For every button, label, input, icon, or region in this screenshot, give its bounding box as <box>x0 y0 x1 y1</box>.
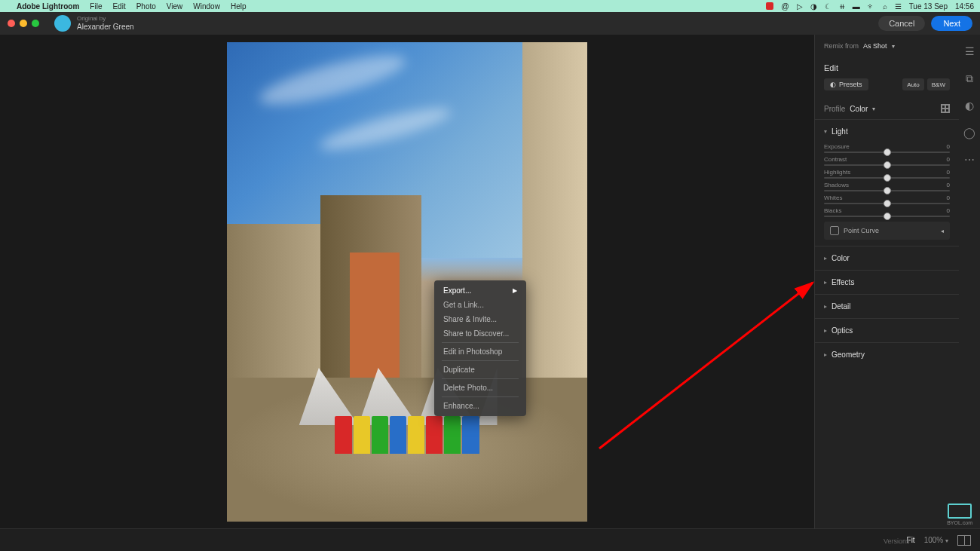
app-header: Original by Alexander Green Cancel Next <box>0 12 980 35</box>
more-icon[interactable]: ⋯ <box>963 154 975 166</box>
section-detail: ▸Detail <box>815 294 959 318</box>
byol-watermark: BYOL.com <box>947 504 972 525</box>
menu-separator <box>442 360 519 361</box>
slider-track[interactable] <box>824 203 950 204</box>
control-center-icon[interactable]: ☰ <box>895 2 902 11</box>
section-optics-header[interactable]: ▸Optics <box>815 319 959 342</box>
presets-icon: ◐ <box>830 81 836 88</box>
context-menu-duplicate[interactable]: Duplicate <box>434 363 526 377</box>
chevron-left-icon: ◂ <box>941 228 944 234</box>
slider-exposure: Exposure 0 <box>824 143 950 153</box>
compare-icon[interactable] <box>957 535 971 546</box>
menu-separator <box>442 378 519 379</box>
app-name[interactable]: Adobe Lightroom <box>17 2 79 11</box>
play-icon[interactable]: ▷ <box>797 2 803 11</box>
slider-track[interactable] <box>824 177 950 179</box>
profile-row[interactable]: Profile Color ▾ <box>815 98 959 119</box>
next-button[interactable]: Next <box>931 16 972 31</box>
chevron-right-icon: ▸ <box>824 327 827 334</box>
slider-thumb[interactable] <box>884 200 891 207</box>
slider-value: 0 <box>947 194 950 201</box>
close-window-button[interactable] <box>8 20 15 27</box>
profile-grid-icon[interactable] <box>941 104 950 113</box>
slider-thumb[interactable] <box>884 187 891 194</box>
slider-track[interactable] <box>824 164 950 166</box>
context-menu: Export...▶ Get a Link... Share & Invite.… <box>434 280 526 416</box>
menu-separator <box>442 396 519 397</box>
chevron-right-icon: ▸ <box>824 279 827 286</box>
context-menu-get-link[interactable]: Get a Link... <box>434 298 526 312</box>
adjust-icon[interactable]: ☰ <box>963 45 975 57</box>
section-light-header[interactable]: ▾ Light <box>815 120 959 143</box>
section-color-header[interactable]: ▸Color <box>815 246 959 270</box>
clock-icon[interactable]: ◑ <box>810 2 817 11</box>
wifi-icon[interactable]: ᯤ <box>868 2 875 11</box>
minimize-window-button[interactable] <box>20 20 27 27</box>
presets-button[interactable]: ◐Presets <box>824 78 868 90</box>
menu-photo[interactable]: Photo <box>136 2 156 11</box>
chevron-down-icon: ▾ <box>824 128 827 135</box>
battery-icon[interactable]: ▬ <box>853 2 860 11</box>
context-menu-edit-photoshop[interactable]: Edit in Photoshop <box>434 344 526 359</box>
zoom-value[interactable]: 100% ▾ <box>924 536 948 544</box>
cancel-button[interactable]: Cancel <box>878 16 925 31</box>
slider-thumb[interactable] <box>884 148 891 156</box>
slider-label: Contrast <box>824 156 847 163</box>
crop-icon[interactable]: ⧉ <box>963 72 975 84</box>
context-menu-export[interactable]: Export...▶ <box>434 283 526 298</box>
context-menu-share-discover[interactable]: Share to Discover... <box>434 326 526 341</box>
menu-window[interactable]: Window <box>193 2 220 11</box>
slider-thumb[interactable] <box>884 213 891 220</box>
context-menu-enhance[interactable]: Enhance... <box>434 399 526 413</box>
mac-menubar: Adobe Lightroom File Edit Photo View Win… <box>0 0 980 12</box>
point-curve-button[interactable]: Point Curve◂ <box>824 222 950 240</box>
curve-icon <box>830 226 839 235</box>
slider-thumb[interactable] <box>884 174 891 182</box>
tool-strip: ☰ ⧉ ◐ ◯ ⋯ <box>959 35 980 528</box>
chevron-right-icon: ▶ <box>513 287 517 294</box>
menu-edit[interactable]: Edit <box>112 2 125 11</box>
masking-icon[interactable]: ◯ <box>963 127 975 139</box>
bw-button[interactable]: B&W <box>927 78 950 90</box>
menu-file[interactable]: File <box>90 2 102 11</box>
status-icon[interactable] <box>766 2 773 10</box>
edit-title: Edit <box>815 57 959 78</box>
section-light: ▾ Light Exposure 0 Contrast 0 Highlights… <box>815 119 959 246</box>
maximize-window-button[interactable] <box>32 20 39 27</box>
slider-label: Whites <box>824 194 842 201</box>
menu-help[interactable]: Help <box>231 2 247 11</box>
photo-preview[interactable] <box>227 42 587 522</box>
slider-highlights: Highlights 0 <box>824 169 950 179</box>
menu-separator <box>442 342 519 343</box>
context-menu-share-invite[interactable]: Share & Invite... <box>434 312 526 326</box>
menu-view[interactable]: View <box>167 2 183 11</box>
versions-link[interactable]: Versions <box>884 537 910 545</box>
section-geometry-header[interactable]: ▸Geometry <box>815 343 959 366</box>
moon-icon[interactable]: ☾ <box>825 2 831 11</box>
slider-thumb[interactable] <box>884 161 891 169</box>
slider-track[interactable] <box>824 152 950 153</box>
at-icon[interactable]: @ <box>781 2 789 11</box>
bluetooth-icon[interactable]: ⧺ <box>839 2 845 11</box>
slider-track[interactable] <box>824 216 950 217</box>
slider-value: 0 <box>947 156 950 163</box>
context-menu-delete[interactable]: Delete Photo... <box>434 381 526 395</box>
auto-button[interactable]: Auto <box>902 78 923 90</box>
section-color: ▸Color <box>815 246 959 270</box>
avatar[interactable] <box>54 15 71 32</box>
menubar-date[interactable]: Tue 13 Sep <box>909 2 948 11</box>
slider-value: 0 <box>947 169 950 176</box>
slider-whites: Whites 0 <box>824 194 950 204</box>
healing-icon[interactable]: ◐ <box>963 99 975 112</box>
slider-track[interactable] <box>824 190 950 191</box>
slider-blacks: Blacks 0 <box>824 207 950 217</box>
chevron-right-icon: ▸ <box>824 255 827 262</box>
section-effects-header[interactable]: ▸Effects <box>815 271 959 294</box>
slider-shadows: Shadows 0 <box>824 182 950 191</box>
remix-from-row[interactable]: Remix from As Shot ▾ <box>815 35 959 57</box>
menubar-time[interactable]: 14:56 <box>955 2 974 11</box>
search-icon[interactable]: ⌕ <box>883 2 887 11</box>
chevron-right-icon: ▸ <box>824 303 827 310</box>
section-detail-header[interactable]: ▸Detail <box>815 295 959 318</box>
slider-contrast: Contrast 0 <box>824 156 950 166</box>
